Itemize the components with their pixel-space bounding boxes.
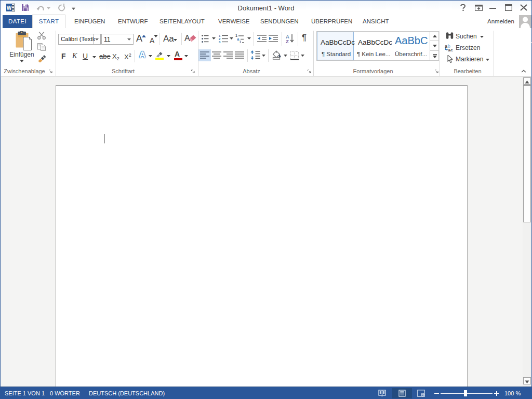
svg-text:W: W: [7, 5, 12, 11]
svg-text:3: 3: [219, 41, 221, 43]
svg-text:a: a: [237, 37, 240, 41]
svg-text:i: i: [240, 40, 241, 43]
svg-text:ac: ac: [448, 48, 453, 52]
svg-text:Z: Z: [286, 38, 289, 44]
